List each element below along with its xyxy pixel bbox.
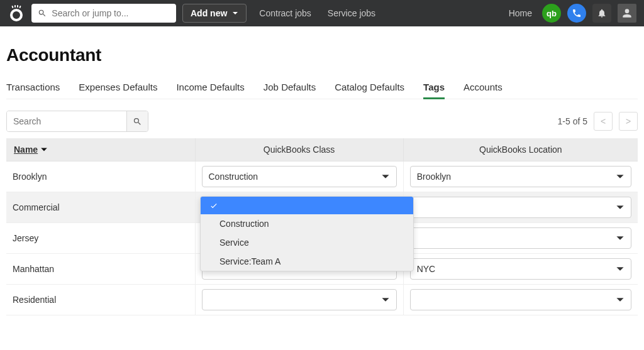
caret-down-icon	[232, 10, 238, 16]
select-value: Construction	[209, 172, 258, 182]
cell-name: Commercial	[6, 192, 195, 223]
page-title: Accountant	[6, 45, 638, 65]
chevron-down-icon	[616, 234, 625, 243]
search-icon	[38, 8, 47, 18]
table-search	[6, 111, 148, 132]
table-row: Brooklyn Construction Brooklyn	[6, 161, 638, 192]
location-select[interactable]: Brooklyn	[410, 166, 631, 187]
quickbooks-icon[interactable]: qb	[542, 4, 561, 23]
svg-rect-1	[17, 5, 18, 8]
class-select[interactable]: Construction	[202, 166, 397, 187]
svg-rect-0	[14, 5, 16, 8]
check-icon	[209, 201, 218, 210]
tab-catalog-defaults[interactable]: Catalog Defaults	[335, 82, 404, 99]
cell-name: Manhattan	[6, 254, 195, 285]
global-search[interactable]	[31, 4, 176, 23]
pager-prev[interactable]: <	[594, 112, 613, 131]
dropdown-option-service[interactable]: Service	[201, 233, 413, 252]
tabs: Transactions Expenses Defaults Income De…	[6, 82, 638, 99]
user-icon	[621, 7, 633, 19]
search-icon	[133, 117, 142, 126]
global-search-input[interactable]	[52, 8, 170, 18]
table-search-button[interactable]	[126, 111, 148, 131]
dropdown-option-service-team-a[interactable]: Service:Team A	[201, 252, 413, 271]
tab-tags[interactable]: Tags	[423, 82, 445, 99]
nav-home[interactable]: Home	[509, 8, 532, 18]
pager: 1-5 of 5 < >	[558, 112, 638, 131]
chevron-down-icon	[40, 146, 48, 153]
add-new-button[interactable]: Add new	[182, 4, 247, 23]
chevron-down-icon	[616, 203, 625, 212]
nav-contract-jobs[interactable]: Contract jobs	[259, 8, 311, 18]
add-new-label: Add new	[191, 8, 227, 18]
pager-summary: 1-5 of 5	[558, 116, 587, 126]
location-select[interactable]: NYC	[410, 258, 631, 280]
chevron-down-icon	[381, 295, 390, 304]
nav-service-jobs[interactable]: Service jobs	[328, 8, 375, 18]
phone-icon[interactable]	[567, 4, 586, 23]
tab-transactions[interactable]: Transactions	[6, 82, 60, 99]
svg-rect-2	[11, 6, 13, 8]
cell-name: Jersey	[6, 223, 195, 254]
class-select[interactable]	[202, 289, 397, 310]
app-logo[interactable]	[8, 4, 25, 22]
svg-rect-3	[19, 6, 21, 8]
select-value: NYC	[417, 264, 436, 274]
col-header-location: QuickBooks Location	[403, 138, 638, 161]
location-select[interactable]	[410, 227, 631, 249]
table-search-input[interactable]	[7, 111, 126, 131]
chevron-down-icon	[616, 295, 625, 304]
location-select[interactable]	[410, 289, 631, 310]
cell-name: Residential	[6, 285, 195, 315]
bell-icon	[597, 8, 607, 18]
topbar: Add new Contract jobs Service jobs Home …	[0, 0, 644, 26]
col-header-name-label: Name	[14, 145, 38, 155]
user-avatar[interactable]	[618, 4, 636, 23]
pager-next[interactable]: >	[619, 112, 638, 131]
select-value: Brooklyn	[417, 172, 451, 182]
table-row: Residential	[6, 285, 638, 315]
col-header-name[interactable]: Name	[14, 145, 48, 155]
cell-name: Brooklyn	[6, 161, 195, 192]
location-select[interactable]	[410, 197, 631, 218]
class-dropdown: Construction Service Service:Team A	[200, 196, 414, 271]
tab-expenses-defaults[interactable]: Expenses Defaults	[79, 82, 157, 99]
tab-income-defaults[interactable]: Income Defaults	[176, 82, 244, 99]
chevron-down-icon	[616, 172, 625, 181]
dropdown-option-empty[interactable]	[201, 197, 413, 214]
col-header-class: QuickBooks Class	[195, 138, 403, 161]
tab-job-defaults[interactable]: Job Defaults	[264, 82, 316, 99]
chevron-down-icon	[616, 265, 625, 273]
dropdown-option-construction[interactable]: Construction	[201, 214, 413, 233]
svg-point-4	[11, 10, 21, 20]
notifications-button[interactable]	[592, 4, 611, 23]
tab-accounts[interactable]: Accounts	[464, 82, 502, 99]
chevron-down-icon	[381, 172, 390, 181]
